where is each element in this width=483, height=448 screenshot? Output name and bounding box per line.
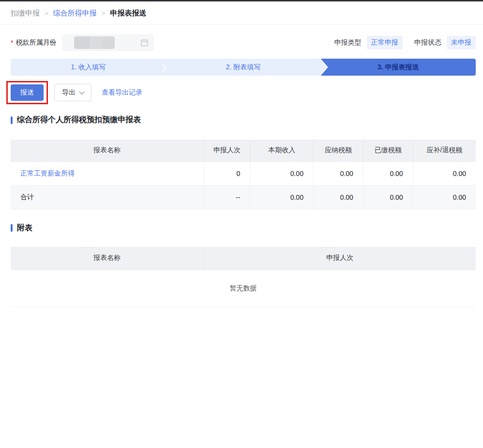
required-mark: * — [11, 39, 13, 47]
col-tax-paid: 已缴税额 — [363, 140, 413, 161]
view-export-records-link[interactable]: 查看导出记录 — [102, 88, 142, 97]
breadcrumb-item-comprehensive-income[interactable]: 综合所得申报 — [53, 9, 97, 18]
declare-type-label: 申报类型 — [334, 38, 361, 47]
empty-state-text: 暂无数据 — [11, 270, 476, 307]
step-1-label: 1. 收入填写 — [71, 63, 106, 72]
sub-table-wrap: 报表名称 申报人次 暂无数据 — [11, 247, 476, 307]
schedule-table: 报表名称 申报人次 暂无数据 — [11, 247, 476, 307]
chevron-down-icon — [79, 89, 84, 94]
main-table-section-title: 综合所得个人所得税预扣预缴申报表 — [11, 115, 476, 125]
submit-button[interactable]: 报送 — [11, 84, 44, 101]
section-accent-bar — [11, 224, 13, 232]
total-label: 合计 — [11, 185, 203, 209]
status-group: 申报类型 正常申报 申报状态 未申报 — [334, 36, 476, 49]
calendar-icon[interactable] — [140, 39, 148, 47]
cell-current-income: 0.00 — [250, 161, 313, 185]
empty-state-row: 暂无数据 — [11, 270, 476, 307]
header-divider — [0, 24, 483, 25]
sub-table-header-row: 报表名称 申报人次 — [11, 247, 476, 270]
col-declared-persons: 申报人次 — [203, 140, 250, 161]
col-tax-due-refund: 应补/退税额 — [413, 140, 476, 161]
total-declared-persons: -- — [203, 185, 250, 209]
breadcrumb-separator-icon: > — [102, 10, 106, 17]
export-button-label: 导出 — [62, 88, 76, 97]
breadcrumb: 扣缴申报 > 综合所得申报 > 申报表报送 — [0, 1, 483, 24]
total-tax-due-refund: 0.00 — [413, 185, 476, 209]
report-normal-salary-link[interactable]: 正常工资薪金所得 — [20, 169, 75, 177]
export-button[interactable]: 导出 — [54, 84, 92, 101]
step-2-label: 2. 附表填写 — [226, 63, 261, 72]
col-report-name: 报表名称 — [11, 247, 203, 270]
section-accent-bar — [11, 116, 13, 124]
breadcrumb-separator-icon: > — [45, 10, 48, 17]
filter-row: * 税款所属月份 申报类型 正常申报 — [11, 34, 476, 51]
total-tax-paid: 0.00 — [363, 185, 413, 209]
cell-tax-due-refund: 0.00 — [413, 161, 476, 185]
main-declaration-table: 报表名称 申报人次 本期收入 应纳税额 已缴税额 应补/退税额 正常工资薪金所得… — [11, 140, 476, 209]
step-wizard: 1. 收入填写 2. 附表填写 3. 申报表报送 — [11, 59, 476, 76]
total-current-income: 0.00 — [250, 185, 313, 209]
tax-month-input[interactable] — [62, 34, 154, 51]
cell-tax-payable: 0.00 — [313, 161, 363, 185]
page: 扣缴申报 > 综合所得申报 > 申报表报送 * 税款所属月份 — [0, 0, 483, 307]
step-3-submit-return[interactable]: 3. 申报表报送 — [321, 59, 476, 76]
total-tax-payable: 0.00 — [313, 185, 363, 209]
declare-status-label: 申报状态 — [414, 38, 441, 47]
redacted-month-value — [74, 36, 115, 49]
main-content: * 税款所属月份 申报类型 正常申报 — [0, 34, 483, 307]
tax-month-label: 税款所属月份 — [16, 38, 56, 47]
col-current-income: 本期收入 — [250, 140, 313, 161]
table-total-row: 合计 -- 0.00 0.00 0.00 0.00 — [11, 185, 476, 209]
main-table-header-row: 报表名称 申报人次 本期收入 应纳税额 已缴税额 应补/退税额 — [11, 140, 476, 161]
breadcrumb-item-current: 申报表报送 — [110, 9, 146, 18]
table-row: 正常工资薪金所得 0 0.00 0.00 0.00 0.00 — [11, 161, 476, 185]
toolbar: 报送 导出 查看导出记录 — [11, 81, 476, 104]
step-2-schedule-entry[interactable]: 2. 附表填写 — [166, 59, 321, 76]
cell-tax-paid: 0.00 — [363, 161, 413, 185]
sub-table-section-title: 附表 — [11, 223, 476, 233]
declare-type-badge: 正常申报 — [367, 36, 403, 49]
step-3-label: 3. 申报表报送 — [377, 63, 419, 72]
col-report-name: 报表名称 — [11, 140, 203, 161]
tax-month-field: * 税款所属月份 — [11, 34, 154, 51]
cell-declared-persons: 0 — [203, 161, 250, 185]
step-1-income-entry[interactable]: 1. 收入填写 — [11, 59, 166, 76]
breadcrumb-item-withholding[interactable]: 扣缴申报 — [11, 9, 40, 18]
sub-table-title-text: 附表 — [17, 223, 32, 233]
col-tax-payable: 应纳税额 — [313, 140, 363, 161]
annotation-highlight-box: 报送 — [6, 81, 48, 104]
main-table-title-text: 综合所得个人所得税预扣预缴申报表 — [17, 115, 141, 125]
declare-status-badge: 未申报 — [447, 36, 476, 49]
col-declared-persons: 申报人次 — [203, 247, 476, 270]
